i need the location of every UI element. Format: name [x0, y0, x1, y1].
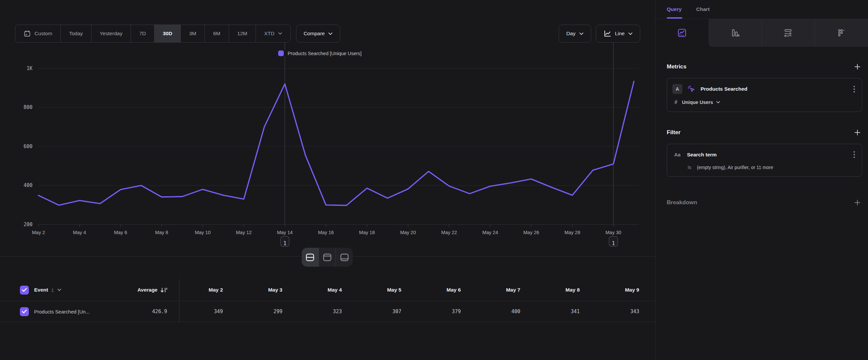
annotation-badge-label: 1 — [283, 241, 286, 246]
tab-funnels[interactable] — [709, 19, 762, 47]
legend-label: Products Searched [Unique Users] — [287, 51, 362, 56]
range-label: 30D — [163, 31, 172, 36]
line-chart: 2004006008001KMay 2May 4May 6May 8May 10… — [0, 40, 655, 255]
report-type-tabs — [655, 19, 868, 47]
x-axis-label: May 20 — [400, 230, 416, 235]
y-axis-label: 600 — [24, 143, 32, 149]
chart-type-label: Line — [615, 31, 625, 36]
range-label: Custom — [34, 31, 52, 36]
filter-operator[interactable]: Is — [688, 165, 691, 170]
filter-card[interactable]: Aa Search term Is (empty string), Air pu… — [667, 144, 862, 177]
aggregation-selector[interactable]: Unique Users — [682, 100, 720, 105]
table-row: Products Searched [Un... 426.9 349299323… — [0, 301, 655, 322]
range-label: 3M — [189, 31, 196, 36]
range-label: 6M — [213, 31, 220, 36]
tab-chart[interactable]: Chart — [696, 0, 710, 19]
table-cell-6: 341 — [536, 308, 595, 314]
legend-item: Products Searched [Unique Users] — [276, 50, 363, 57]
table-cell-7: 343 — [596, 308, 655, 314]
check-icon — [22, 309, 27, 313]
filter-section-header: Filter — [667, 128, 862, 137]
panel-tab-bar: Query Chart — [655, 0, 868, 19]
table-only-view-icon — [340, 253, 349, 262]
breakdown-section-header: Breakdown — [667, 198, 862, 207]
table-cell-1: 299 — [239, 308, 298, 314]
range-label: XTD — [264, 31, 275, 36]
plus-icon — [854, 63, 861, 70]
insights-icon — [677, 28, 687, 38]
x-axis-label: May 4 — [73, 230, 86, 235]
table-header-row: Event 1 Average Ma — [0, 279, 655, 301]
column-header-1: May 3 — [239, 287, 298, 293]
event-count: 1 — [51, 287, 54, 293]
aggregation-label: Unique Users — [682, 100, 713, 105]
filter-card-main: Aa Search term — [672, 150, 857, 159]
y-axis-label: 1K — [27, 65, 32, 72]
table-cell-0: 349 — [179, 308, 239, 314]
filter-title: Filter — [667, 129, 681, 136]
chart-only-view-button[interactable] — [319, 248, 336, 267]
x-axis-label: May 2 — [32, 230, 45, 235]
tab-retention[interactable] — [815, 19, 868, 47]
event-dropdown[interactable] — [57, 288, 61, 291]
analytics-app: CustomTodayYesterday7D30D3M6M12MXTD Comp… — [0, 0, 868, 360]
legend-swatch — [278, 51, 284, 56]
sort-descending-icon — [160, 287, 168, 293]
plus-icon — [854, 129, 861, 136]
metric-aggregation-row: # Unique Users — [672, 99, 857, 105]
tab-insights[interactable] — [655, 19, 709, 47]
metric-options-button[interactable] — [852, 84, 857, 94]
row-checkbox[interactable] — [20, 307, 29, 316]
table-only-view-button[interactable] — [336, 248, 353, 267]
chevron-down-icon — [628, 32, 632, 35]
x-axis-label: May 8 — [155, 230, 168, 235]
check-icon — [22, 288, 27, 292]
metric-card-main: A Products Searched — [672, 84, 857, 94]
split-view-button[interactable] — [302, 248, 319, 267]
annotation-badge-label: 1 — [612, 241, 615, 246]
filter-condition-row: Is (empty string), Air purifier, or 11 m… — [672, 165, 857, 170]
add-metric-button[interactable] — [853, 62, 862, 72]
metric-card[interactable]: A Products Searched # Unique U — [667, 78, 862, 112]
y-axis-label: 400 — [24, 182, 32, 188]
table-header-left: Event 1 Average — [0, 279, 179, 301]
panel-content: Metrics A Products Searched — [655, 62, 868, 207]
column-header-2: May 4 — [299, 287, 358, 293]
compare-label: Compare — [304, 31, 325, 36]
funnels-icon — [730, 28, 740, 38]
tab-query[interactable]: Query — [667, 0, 682, 19]
filter-options-button[interactable] — [852, 150, 857, 159]
column-header-0: May 2 — [179, 287, 239, 293]
breakdown-title: Breakdown — [667, 199, 697, 206]
table-cell-5: 400 — [477, 308, 536, 314]
chart-legend: Products Searched [Unique Users] — [0, 50, 640, 57]
series-name: Products Searched [Un... — [34, 309, 90, 314]
chevron-down-icon — [579, 32, 584, 35]
average-sort-header[interactable]: Average — [137, 287, 168, 293]
x-axis-label: May 30 — [606, 230, 621, 235]
x-axis-label: May 24 — [483, 230, 498, 235]
tab-flows[interactable] — [762, 19, 815, 47]
layout-toggle — [302, 248, 353, 267]
filter-value[interactable]: (empty string), Air purifier, or 11 more — [697, 165, 773, 170]
chart-only-view-icon — [322, 253, 332, 262]
column-header-6: May 8 — [536, 287, 595, 293]
string-property-icon: Aa — [672, 152, 682, 158]
metric-name: Products Searched — [701, 86, 747, 92]
chevron-down-icon — [716, 101, 720, 104]
select-all-checkbox[interactable] — [20, 286, 29, 295]
column-header-3: May 5 — [358, 287, 417, 293]
event-header-label: Event — [34, 287, 48, 293]
aggregation-type-icon: # — [674, 99, 677, 105]
x-axis-label: May 16 — [318, 230, 334, 235]
table-row-values: 349299323307379400341343 — [179, 301, 655, 322]
add-filter-button[interactable] — [853, 128, 862, 137]
range-label: Yesterday — [100, 31, 122, 36]
split-view-icon — [305, 253, 315, 262]
add-breakdown-button[interactable] — [853, 198, 862, 207]
x-axis-label: May 10 — [195, 230, 211, 235]
column-header-5: May 7 — [477, 287, 536, 293]
range-label: Today — [69, 31, 83, 36]
x-axis-label: May 26 — [524, 230, 539, 235]
series-line-products-searched — [38, 81, 634, 205]
